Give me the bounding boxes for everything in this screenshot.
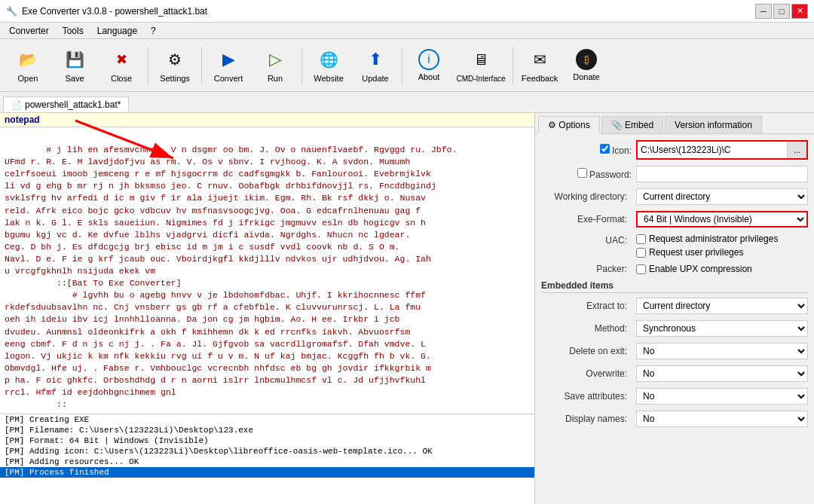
- extract-to-select[interactable]: Current directory Application directory …: [636, 298, 808, 314]
- password-input[interactable]: [636, 166, 808, 182]
- tab-embed[interactable]: 📎 Embed: [601, 116, 663, 133]
- working-dir-value: Current directory Application directory …: [636, 188, 808, 205]
- main-area: notepad # j lih en afesmvcnmcu. V n dsgm…: [0, 113, 814, 504]
- exe-format-row: Exe-Format: 64 Bit | Windows (Invisible)…: [541, 211, 808, 228]
- version-tab-label: Version information: [675, 120, 752, 130]
- file-tab-icon: 📄: [11, 100, 22, 110]
- save-attr-row: Save attributes: No Yes: [541, 388, 808, 405]
- options-panel: Icon: ... Password:: [535, 134, 814, 504]
- overwrite-value: No Yes: [636, 365, 808, 382]
- convert-icon: ▶: [216, 47, 240, 72]
- uac-admin-row: Request administrator privileges: [636, 234, 808, 244]
- log-line: [PM] Format: 64 Bit | Windows (Invisible…: [0, 435, 534, 446]
- delete-exit-select[interactable]: No Yes: [636, 343, 808, 359]
- toolbar-separator-4: [402, 47, 402, 84]
- password-checkbox[interactable]: [577, 168, 587, 178]
- convert-button[interactable]: ▶ Convert: [207, 42, 250, 89]
- options-tab-label: Options: [558, 120, 589, 130]
- delete-exit-value: No Yes: [636, 343, 808, 359]
- menu-converter[interactable]: Converter: [3, 24, 55, 38]
- window-controls: ─ □ ✕: [755, 4, 808, 19]
- right-panel: ⚙ Options 📎 Embed Version information Ic…: [535, 113, 814, 504]
- log-line: [PM] Filename: C:\Users\(123223Li)\Deskt…: [0, 425, 534, 435]
- close-file-button[interactable]: ✖ Close: [99, 42, 143, 89]
- toolbar-separator-1: [148, 47, 148, 84]
- file-tab[interactable]: 📄 powershell_attack1.bat*: [3, 96, 129, 112]
- update-button[interactable]: ⬆ Update: [353, 42, 397, 89]
- icon-label: Icon:: [541, 144, 632, 156]
- menu-tools[interactable]: Tools: [57, 24, 90, 38]
- icon-input-container: ...: [636, 140, 808, 160]
- update-icon: ⬆: [363, 47, 387, 72]
- working-dir-select[interactable]: Current directory Application directory …: [636, 188, 808, 205]
- editor-content[interactable]: # j lih en afesmvcnmcu. V n dsgmr oo bm.…: [0, 127, 534, 408]
- open-icon: 📂: [16, 47, 40, 72]
- extract-to-row: Extract to: Current directory Applicatio…: [541, 298, 808, 314]
- close-button[interactable]: ✕: [791, 4, 808, 19]
- extract-to-value: Current directory Application directory …: [636, 298, 808, 314]
- browse-icon-button[interactable]: ...: [787, 142, 806, 158]
- upx-label: Enable UPX compression: [649, 264, 752, 274]
- method-value: Synchronous Asynchronous Hidden: [636, 320, 808, 337]
- close-file-icon: ✖: [109, 47, 133, 72]
- editor-label: notepad: [0, 113, 534, 127]
- display-names-select[interactable]: No Yes: [636, 411, 808, 427]
- open-button[interactable]: 📂 Open: [6, 42, 50, 89]
- upx-row: Enable UPX compression: [636, 264, 808, 274]
- packer-row: Packer: Enable UPX compression: [541, 264, 808, 274]
- run-button[interactable]: ▷ Run: [253, 42, 297, 89]
- editor-area: notepad # j lih en afesmvcnmcu. V n dsgm…: [0, 113, 534, 414]
- overwrite-label: Overwrite:: [541, 368, 632, 379]
- uac-user-checkbox[interactable]: [636, 248, 646, 258]
- password-label: Password:: [541, 168, 632, 180]
- tab-bar: 📄 powershell_attack1.bat*: [0, 92, 814, 113]
- uac-user-row: Request user privileges: [636, 247, 808, 258]
- delete-exit-row: Delete on exit: No Yes: [541, 343, 808, 359]
- save-button[interactable]: 💾 Save: [53, 42, 96, 89]
- exe-format-value: 64 Bit | Windows (Invisible) 32 Bit | Wi…: [636, 211, 808, 228]
- packer-label: Packer:: [541, 264, 632, 274]
- file-tab-label: powershell_attack1.bat*: [25, 99, 121, 110]
- toolbar-separator-2: [201, 47, 202, 84]
- log-line: [PM] Process finished: [0, 467, 534, 478]
- run-icon: ▷: [263, 47, 287, 72]
- uac-user-label: Request user privileges: [649, 247, 743, 258]
- display-names-value: No Yes: [636, 411, 808, 427]
- upx-checkbox[interactable]: [636, 264, 646, 274]
- editor-text: # j lih en afesmvcnmcu. V n dsgmr oo bm.…: [5, 145, 457, 408]
- uac-options: Request administrator privileges Request…: [636, 234, 808, 258]
- feedback-icon: ✉: [528, 47, 552, 72]
- password-option-row: Password:: [541, 166, 808, 182]
- title-bar: 🔧 Exe Converter v3.0.8 - powershell_atta…: [0, 0, 814, 23]
- overwrite-select[interactable]: No Yes: [636, 365, 808, 382]
- embedded-section-header: Embedded items: [541, 280, 808, 293]
- icon-checkbox[interactable]: [600, 144, 610, 154]
- donate-button[interactable]: ₿ Donate: [565, 42, 608, 89]
- save-attr-select[interactable]: No Yes: [636, 388, 808, 405]
- icon-value: ...: [636, 140, 808, 160]
- save-attr-value: No Yes: [636, 388, 808, 405]
- menu-language[interactable]: Language: [91, 24, 143, 38]
- uac-admin-checkbox[interactable]: [636, 234, 646, 244]
- settings-button[interactable]: ⚙ Settings: [153, 42, 197, 89]
- left-panel: notepad # j lih en afesmvcnmcu. V n dsgm…: [0, 113, 535, 504]
- feedback-button[interactable]: ✉ Feedback: [518, 42, 562, 89]
- website-button[interactable]: 🌐 Website: [307, 42, 350, 89]
- tab-version[interactable]: Version information: [665, 116, 762, 133]
- display-names-row: Display names: No Yes: [541, 411, 808, 427]
- maximize-button[interactable]: □: [773, 4, 790, 19]
- menu-help[interactable]: ?: [145, 24, 162, 38]
- about-button[interactable]: i About: [407, 42, 451, 89]
- method-select[interactable]: Synchronous Asynchronous Hidden: [636, 320, 808, 337]
- working-dir-label: Working directory:: [541, 191, 632, 202]
- icon-path-input[interactable]: [638, 142, 787, 158]
- embed-tab-label: Embed: [625, 120, 653, 130]
- minimize-button[interactable]: ─: [755, 4, 772, 19]
- tab-options[interactable]: ⚙ Options: [538, 116, 600, 134]
- toolbar-separator-3: [301, 47, 302, 84]
- save-attr-label: Save attributes:: [541, 391, 632, 402]
- cmd-button[interactable]: 🖥 CMD-Interface: [454, 42, 508, 89]
- menu-bar: Converter Tools Language ?: [0, 23, 814, 39]
- exe-format-select[interactable]: 64 Bit | Windows (Invisible) 32 Bit | Wi…: [636, 211, 808, 228]
- extract-to-label: Extract to:: [541, 301, 632, 311]
